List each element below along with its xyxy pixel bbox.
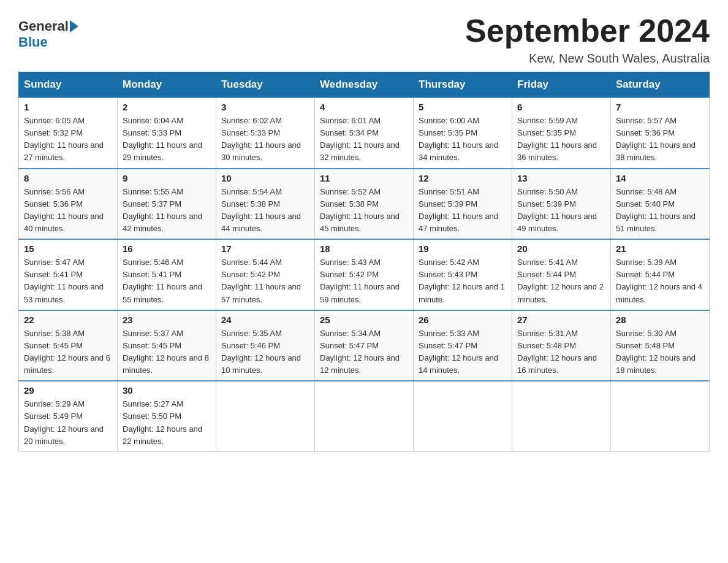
table-row: 30 Sunrise: 5:27 AMSunset: 5:50 PMDaylig… <box>118 381 216 451</box>
day-number: 12 <box>419 173 507 183</box>
table-row <box>315 381 414 451</box>
day-info: Sunrise: 5:42 AMSunset: 5:43 PMDaylight:… <box>419 256 507 306</box>
day-info: Sunrise: 6:01 AMSunset: 5:34 PMDaylight:… <box>320 115 408 164</box>
table-row: 22 Sunrise: 5:38 AMSunset: 5:45 PMDaylig… <box>19 310 118 381</box>
calendar-week-row: 22 Sunrise: 5:38 AMSunset: 5:45 PMDaylig… <box>19 310 710 381</box>
day-number: 21 <box>616 243 704 254</box>
calendar-week-row: 15 Sunrise: 5:47 AMSunset: 5:41 PMDaylig… <box>19 239 710 310</box>
day-info: Sunrise: 6:00 AMSunset: 5:35 PMDaylight:… <box>419 115 507 164</box>
table-row: 27 Sunrise: 5:31 AMSunset: 5:48 PMDaylig… <box>512 310 611 381</box>
table-row: 23 Sunrise: 5:37 AMSunset: 5:45 PMDaylig… <box>118 310 216 381</box>
day-info: Sunrise: 5:27 AMSunset: 5:50 PMDaylight:… <box>123 398 211 448</box>
col-tuesday: Tuesday <box>216 72 315 98</box>
day-info: Sunrise: 5:39 AMSunset: 5:44 PMDaylight:… <box>616 256 704 306</box>
day-number: 6 <box>517 102 605 112</box>
table-row: 2 Sunrise: 6:04 AMSunset: 5:33 PMDayligh… <box>118 98 216 169</box>
day-info: Sunrise: 5:54 AMSunset: 5:38 PMDaylight:… <box>221 186 309 236</box>
day-number: 28 <box>616 315 704 325</box>
table-row: 13 Sunrise: 5:50 AMSunset: 5:39 PMDaylig… <box>512 169 611 240</box>
table-row: 3 Sunrise: 6:02 AMSunset: 5:33 PMDayligh… <box>216 98 315 169</box>
table-row: 7 Sunrise: 5:57 AMSunset: 5:36 PMDayligh… <box>611 98 710 169</box>
day-info: Sunrise: 5:30 AMSunset: 5:48 PMDaylight:… <box>616 327 704 377</box>
day-info: Sunrise: 6:05 AMSunset: 5:32 PMDaylight:… <box>24 115 112 164</box>
day-number: 10 <box>221 173 309 183</box>
day-number: 14 <box>616 173 704 183</box>
day-info: Sunrise: 5:50 AMSunset: 5:39 PMDaylight:… <box>517 186 605 236</box>
table-row: 26 Sunrise: 5:33 AMSunset: 5:47 PMDaylig… <box>414 310 512 381</box>
calendar-week-row: 1 Sunrise: 6:05 AMSunset: 5:32 PMDayligh… <box>19 98 710 169</box>
day-number: 17 <box>221 243 309 254</box>
day-number: 1 <box>24 102 112 112</box>
day-info: Sunrise: 5:56 AMSunset: 5:36 PMDaylight:… <box>24 186 112 236</box>
table-row: 4 Sunrise: 6:01 AMSunset: 5:34 PMDayligh… <box>315 98 414 169</box>
day-number: 23 <box>123 315 211 325</box>
day-number: 11 <box>320 173 408 183</box>
table-row: 21 Sunrise: 5:39 AMSunset: 5:44 PMDaylig… <box>611 239 710 310</box>
table-row: 1 Sunrise: 6:05 AMSunset: 5:32 PMDayligh… <box>19 98 118 169</box>
day-number: 30 <box>123 385 211 396</box>
calendar-header-row: Sunday Monday Tuesday Wednesday Thursday… <box>19 72 710 98</box>
table-row: 14 Sunrise: 5:48 AMSunset: 5:40 PMDaylig… <box>611 169 710 240</box>
table-row: 6 Sunrise: 5:59 AMSunset: 5:35 PMDayligh… <box>512 98 611 169</box>
day-number: 9 <box>123 173 211 183</box>
table-row: 12 Sunrise: 5:51 AMSunset: 5:39 PMDaylig… <box>414 169 512 240</box>
col-friday: Friday <box>512 72 611 98</box>
day-info: Sunrise: 5:43 AMSunset: 5:42 PMDaylight:… <box>320 256 408 306</box>
day-info: Sunrise: 6:04 AMSunset: 5:33 PMDaylight:… <box>123 115 211 164</box>
table-row: 17 Sunrise: 5:44 AMSunset: 5:42 PMDaylig… <box>216 239 315 310</box>
table-row: 9 Sunrise: 5:55 AMSunset: 5:37 PMDayligh… <box>118 169 216 240</box>
table-row: 19 Sunrise: 5:42 AMSunset: 5:43 PMDaylig… <box>414 239 512 310</box>
day-number: 29 <box>24 385 112 396</box>
day-number: 25 <box>320 315 408 325</box>
table-row: 5 Sunrise: 6:00 AMSunset: 5:35 PMDayligh… <box>414 98 512 169</box>
table-row: 8 Sunrise: 5:56 AMSunset: 5:36 PMDayligh… <box>19 169 118 240</box>
day-number: 13 <box>517 173 605 183</box>
logo-general-text: General <box>18 18 69 34</box>
calendar-week-row: 29 Sunrise: 5:29 AMSunset: 5:49 PMDaylig… <box>19 381 710 451</box>
table-row: 20 Sunrise: 5:41 AMSunset: 5:44 PMDaylig… <box>512 239 611 310</box>
day-info: Sunrise: 5:47 AMSunset: 5:41 PMDaylight:… <box>24 256 112 306</box>
table-row <box>611 381 710 451</box>
table-row: 10 Sunrise: 5:54 AMSunset: 5:38 PMDaylig… <box>216 169 315 240</box>
col-wednesday: Wednesday <box>315 72 414 98</box>
day-number: 19 <box>419 243 507 254</box>
day-info: Sunrise: 5:44 AMSunset: 5:42 PMDaylight:… <box>221 256 309 306</box>
col-saturday: Saturday <box>611 72 710 98</box>
day-info: Sunrise: 5:46 AMSunset: 5:41 PMDaylight:… <box>123 256 211 306</box>
table-row: 28 Sunrise: 5:30 AMSunset: 5:48 PMDaylig… <box>611 310 710 381</box>
main-title: September 2024 <box>465 12 710 49</box>
title-section: September 2024 Kew, New South Wales, Aus… <box>465 12 710 66</box>
day-info: Sunrise: 5:57 AMSunset: 5:36 PMDaylight:… <box>616 115 704 164</box>
table-row: 25 Sunrise: 5:34 AMSunset: 5:47 PMDaylig… <box>315 310 414 381</box>
day-info: Sunrise: 5:34 AMSunset: 5:47 PMDaylight:… <box>320 327 408 377</box>
table-row: 29 Sunrise: 5:29 AMSunset: 5:49 PMDaylig… <box>19 381 118 451</box>
col-monday: Monday <box>118 72 216 98</box>
calendar-week-row: 8 Sunrise: 5:56 AMSunset: 5:36 PMDayligh… <box>19 169 710 240</box>
table-row <box>216 381 315 451</box>
day-number: 16 <box>123 243 211 254</box>
day-number: 4 <box>320 102 408 112</box>
table-row: 15 Sunrise: 5:47 AMSunset: 5:41 PMDaylig… <box>19 239 118 310</box>
day-number: 2 <box>123 102 211 112</box>
logo-blue-text: Blue <box>18 34 48 50</box>
day-info: Sunrise: 5:35 AMSunset: 5:46 PMDaylight:… <box>221 327 309 377</box>
day-number: 7 <box>616 102 704 112</box>
col-thursday: Thursday <box>414 72 512 98</box>
day-info: Sunrise: 5:31 AMSunset: 5:48 PMDaylight:… <box>517 327 605 377</box>
day-number: 15 <box>24 243 112 254</box>
day-number: 8 <box>24 173 112 183</box>
day-info: Sunrise: 5:48 AMSunset: 5:40 PMDaylight:… <box>616 186 704 236</box>
day-number: 26 <box>419 315 507 325</box>
table-row: 11 Sunrise: 5:52 AMSunset: 5:38 PMDaylig… <box>315 169 414 240</box>
day-number: 22 <box>24 315 112 325</box>
day-info: Sunrise: 5:29 AMSunset: 5:49 PMDaylight:… <box>24 398 112 448</box>
day-number: 3 <box>221 102 309 112</box>
subtitle: Kew, New South Wales, Australia <box>465 52 710 66</box>
table-row: 24 Sunrise: 5:35 AMSunset: 5:46 PMDaylig… <box>216 310 315 381</box>
day-number: 5 <box>419 102 507 112</box>
day-info: Sunrise: 5:51 AMSunset: 5:39 PMDaylight:… <box>419 186 507 236</box>
day-number: 27 <box>517 315 605 325</box>
day-info: Sunrise: 5:38 AMSunset: 5:45 PMDaylight:… <box>24 327 112 377</box>
logo-arrow-icon <box>70 20 78 33</box>
day-info: Sunrise: 5:41 AMSunset: 5:44 PMDaylight:… <box>517 256 605 306</box>
